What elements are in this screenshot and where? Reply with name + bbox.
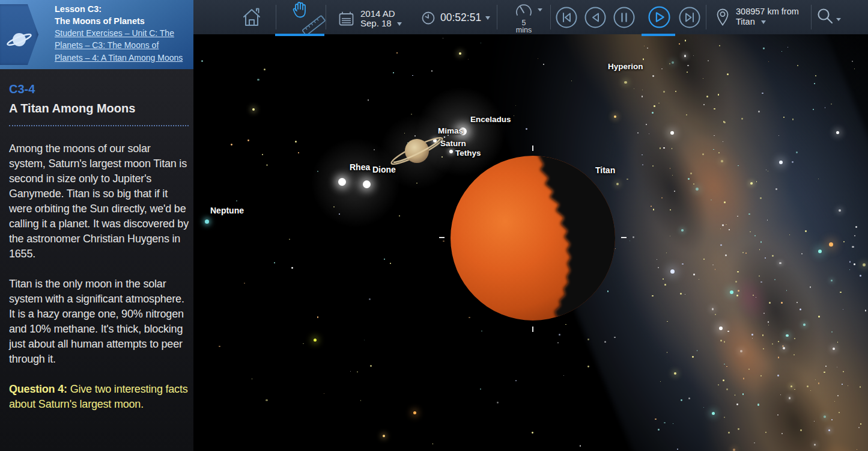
star	[670, 209, 671, 210]
breadcrumb-link-line1[interactable]: Student Exercises – Unit C: The	[55, 27, 193, 39]
lesson-banner	[0, 4, 38, 65]
star	[266, 164, 268, 166]
star	[670, 131, 674, 135]
location-control[interactable]: 308957 km from Titan	[715, 7, 799, 29]
star	[587, 339, 589, 340]
star	[825, 107, 825, 108]
star	[768, 325, 769, 325]
scene-label-mimas[interactable]: Mimas	[438, 126, 463, 135]
pause-button[interactable]	[613, 6, 636, 29]
star	[786, 290, 787, 290]
scene-label-tethys[interactable]: Tethys	[455, 149, 481, 158]
star	[390, 263, 392, 265]
star	[718, 94, 720, 96]
star	[834, 401, 835, 402]
star	[459, 52, 461, 55]
star	[860, 423, 861, 424]
star	[468, 59, 469, 60]
star	[663, 91, 665, 93]
star	[786, 334, 788, 337]
location-caret-icon	[761, 20, 766, 24]
star	[818, 179, 819, 179]
star	[633, 236, 634, 238]
star	[664, 284, 666, 286]
star	[357, 372, 357, 372]
star	[677, 449, 678, 450]
home-button[interactable]	[241, 7, 262, 31]
rate-caret-icon	[538, 8, 542, 11]
breadcrumb-link-line3[interactable]: Planets – 4: A Titan Among Moons	[55, 52, 193, 64]
star	[295, 141, 297, 143]
moon-rhea[interactable]	[338, 178, 346, 186]
star	[818, 250, 822, 253]
star	[783, 347, 785, 349]
star	[670, 269, 675, 274]
toolbar-separator	[811, 5, 812, 29]
star	[792, 118, 794, 120]
star	[863, 263, 866, 266]
time-caret-icon	[485, 16, 490, 20]
star	[860, 386, 861, 388]
star	[687, 65, 689, 67]
scene-label-neptune[interactable]: Neptune	[210, 206, 244, 215]
lesson-header: Lesson C3: The Moons of Planets Student …	[0, 0, 193, 69]
sky-viewport[interactable]: HyperionEnceladusMimasSaturnTethysRheaDi…	[193, 34, 868, 451]
breadcrumb-link-line2[interactable]: Planets – C3: The Moons of	[55, 39, 193, 51]
search-icon	[816, 17, 835, 28]
star	[736, 295, 738, 296]
time-step-control[interactable]: 5 mins	[510, 2, 538, 34]
star	[742, 252, 744, 253]
titan-moon[interactable]	[449, 154, 618, 324]
scene-label-rhea[interactable]: Rhea	[350, 162, 370, 172]
star	[756, 297, 756, 298]
star	[673, 423, 673, 424]
moon-dione[interactable]	[363, 180, 371, 188]
star	[663, 147, 664, 149]
star	[443, 38, 443, 38]
play-button[interactable]	[648, 5, 671, 29]
step-back-button[interactable]	[584, 6, 607, 29]
star	[674, 372, 676, 375]
star	[842, 384, 843, 385]
star	[658, 429, 659, 430]
star	[796, 152, 798, 153]
rate-gauge-icon	[514, 8, 533, 19]
star	[497, 402, 499, 403]
star	[314, 339, 317, 342]
scene-label-hyperion[interactable]: Hyperion	[608, 62, 643, 71]
star	[481, 331, 482, 332]
star	[742, 393, 744, 395]
scene-label-titan[interactable]: Titan	[595, 165, 615, 175]
star	[687, 72, 688, 73]
star	[849, 261, 851, 262]
skip-to-start-button[interactable]	[555, 6, 578, 29]
star	[247, 140, 249, 141]
fov-tick-left	[439, 237, 445, 238]
star	[754, 235, 755, 236]
star	[647, 48, 648, 48]
star	[727, 331, 729, 333]
scene-label-enceladus[interactable]: Enceladus	[470, 115, 511, 124]
time-control[interactable]: 00:52:51	[421, 10, 490, 28]
star	[848, 385, 848, 386]
star	[692, 356, 694, 358]
star	[800, 429, 802, 431]
star	[759, 275, 760, 277]
skip-to-end-button[interactable]	[678, 6, 701, 29]
planet-neptune[interactable]	[205, 219, 209, 224]
date-year: 2014 AD	[360, 9, 402, 19]
star	[756, 181, 757, 182]
star	[383, 435, 385, 437]
star	[703, 407, 704, 408]
star	[831, 419, 833, 420]
lesson-paragraph-1: Among the moons of our solar system, Sat…	[9, 141, 189, 262]
star	[759, 249, 760, 250]
star	[370, 365, 372, 367]
lesson-title-line1: Lesson C3:	[55, 3, 193, 15]
date-control[interactable]: 2014 AD Sep. 18	[338, 9, 402, 29]
scene-label-dione[interactable]: Dione	[372, 165, 396, 174]
star	[432, 443, 434, 444]
scene-label-saturn[interactable]: Saturn	[440, 139, 466, 148]
star	[660, 381, 661, 382]
search-button[interactable]	[816, 7, 835, 28]
